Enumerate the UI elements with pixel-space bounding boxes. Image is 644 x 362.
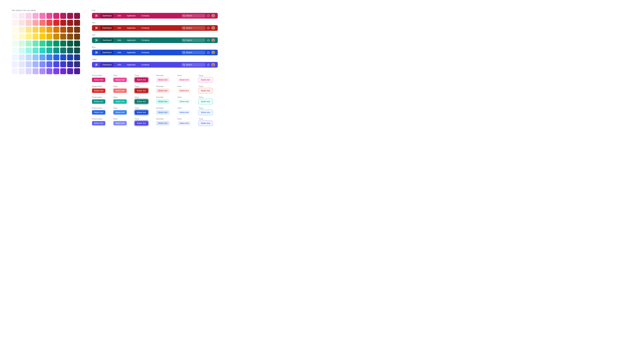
color-swatch[interactable] — [67, 68, 73, 74]
nav-item-applicants[interactable]: Applicants — [125, 26, 138, 30]
nav-item-company[interactable]: Company — [139, 50, 151, 54]
secondary-hover-button[interactable]: Button text — [178, 110, 191, 114]
color-swatch[interactable] — [19, 13, 25, 19]
search-input[interactable] — [186, 52, 204, 54]
color-swatch[interactable] — [26, 27, 32, 33]
secondary-button[interactable]: Button text — [156, 78, 170, 82]
color-swatch[interactable] — [60, 13, 66, 19]
nav-item-jobs[interactable]: Jobs — [116, 14, 123, 18]
avatar[interactable] — [212, 26, 215, 30]
nav-item-applicants[interactable]: Applicants — [125, 50, 138, 54]
avatar[interactable] — [212, 38, 215, 42]
nav-item-company[interactable]: Company — [139, 26, 151, 30]
primary-hover-button[interactable]: Button text — [113, 121, 127, 126]
color-swatch[interactable] — [46, 13, 52, 19]
color-swatch[interactable] — [67, 40, 73, 46]
color-swatch[interactable] — [26, 20, 32, 26]
bell-icon[interactable] — [207, 51, 210, 54]
color-swatch[interactable] — [74, 40, 80, 46]
color-swatch[interactable] — [46, 40, 52, 46]
color-swatch[interactable] — [32, 27, 38, 33]
secondary-focus-button[interactable]: Button text — [199, 110, 212, 114]
bell-icon[interactable] — [207, 64, 210, 66]
color-swatch[interactable] — [60, 48, 66, 54]
nav-item-company[interactable]: Company — [139, 14, 151, 18]
search-box[interactable] — [182, 63, 205, 66]
search-input[interactable] — [186, 14, 204, 17]
color-swatch[interactable] — [53, 27, 59, 33]
color-swatch[interactable] — [53, 40, 59, 46]
primary-focus-button[interactable]: Button text — [135, 88, 148, 93]
color-swatch[interactable] — [53, 20, 59, 26]
avatar[interactable] — [212, 14, 215, 18]
color-swatch[interactable] — [74, 34, 80, 40]
secondary-hover-button[interactable]: Button text — [178, 88, 191, 93]
color-swatch[interactable] — [32, 61, 38, 67]
avatar[interactable] — [212, 51, 215, 54]
primary-hover-button[interactable]: Button text — [113, 110, 127, 114]
nav-item-dashboard[interactable]: Dashboard — [100, 26, 114, 30]
color-swatch[interactable] — [12, 68, 18, 74]
color-swatch[interactable] — [53, 61, 59, 67]
secondary-hover-button[interactable]: Button text — [178, 78, 191, 82]
color-swatch[interactable] — [40, 40, 46, 46]
secondary-focus-button[interactable]: Button text — [199, 99, 212, 104]
secondary-focus-button[interactable]: Button text — [199, 121, 212, 126]
color-swatch[interactable] — [12, 54, 18, 60]
color-swatch[interactable] — [53, 13, 59, 19]
secondary-button[interactable]: Button text — [156, 88, 170, 93]
color-swatch[interactable] — [60, 61, 66, 67]
primary-focus-button[interactable]: Button text — [135, 110, 148, 114]
color-swatch[interactable] — [32, 68, 38, 74]
secondary-button[interactable]: Button text — [156, 99, 170, 104]
nav-item-dashboard[interactable]: Dashboard — [100, 14, 114, 18]
color-swatch[interactable] — [32, 40, 38, 46]
nav-item-jobs[interactable]: Jobs — [116, 38, 123, 42]
nav-item-company[interactable]: Company — [139, 38, 151, 42]
color-swatch[interactable] — [46, 27, 52, 33]
color-swatch[interactable] — [26, 34, 32, 40]
color-swatch[interactable] — [12, 61, 18, 67]
color-swatch[interactable] — [40, 61, 46, 67]
search-input[interactable] — [186, 64, 204, 66]
color-swatch[interactable] — [40, 68, 46, 74]
nav-item-dashboard[interactable]: Dashboard — [100, 50, 114, 54]
color-swatch[interactable] — [26, 68, 32, 74]
color-swatch[interactable] — [40, 48, 46, 54]
color-swatch[interactable] — [40, 54, 46, 60]
secondary-focus-button[interactable]: Button text — [199, 88, 212, 93]
primary-hover-button[interactable]: Button text — [113, 78, 127, 82]
color-swatch[interactable] — [60, 34, 66, 40]
secondary-hover-button[interactable]: Button text — [178, 121, 191, 126]
color-swatch[interactable] — [67, 13, 73, 19]
search-input[interactable] — [186, 39, 204, 41]
color-swatch[interactable] — [12, 27, 18, 33]
color-swatch[interactable] — [12, 20, 18, 26]
color-swatch[interactable] — [46, 48, 52, 54]
bell-icon[interactable] — [207, 14, 210, 17]
color-swatch[interactable] — [19, 27, 25, 33]
secondary-hover-button[interactable]: Button text — [178, 99, 191, 104]
search-box[interactable] — [182, 26, 205, 30]
search-box[interactable] — [182, 51, 205, 54]
nav-item-applicants[interactable]: Applicants — [125, 14, 138, 18]
bell-icon[interactable] — [207, 27, 210, 29]
color-swatch[interactable] — [46, 54, 52, 60]
color-swatch[interactable] — [19, 34, 25, 40]
primary-focus-button[interactable]: Button text — [135, 99, 148, 104]
color-swatch[interactable] — [46, 61, 52, 67]
nav-item-company[interactable]: Company — [139, 63, 151, 67]
search-box[interactable] — [182, 14, 205, 18]
primary-hover-button[interactable]: Button text — [113, 88, 127, 93]
nav-item-applicants[interactable]: Applicants — [125, 38, 138, 42]
color-swatch[interactable] — [67, 61, 73, 67]
color-swatch[interactable] — [19, 68, 25, 74]
color-swatch[interactable] — [32, 20, 38, 26]
color-swatch[interactable] — [26, 61, 32, 67]
primary-button[interactable]: Button text — [92, 78, 105, 82]
primary-button[interactable]: Button text — [92, 99, 105, 104]
color-swatch[interactable] — [12, 48, 18, 54]
color-swatch[interactable] — [74, 54, 80, 60]
nav-item-applicants[interactable]: Applicants — [125, 63, 138, 67]
color-swatch[interactable] — [40, 20, 46, 26]
